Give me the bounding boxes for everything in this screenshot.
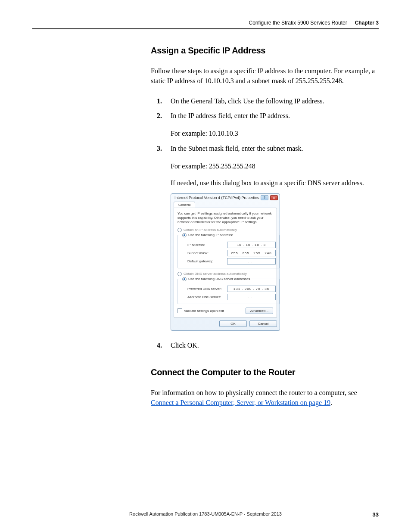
input-subnet-mask[interactable]: 255 . 255 . 255 . 248 (227, 250, 276, 256)
ok-button[interactable]: OK (219, 320, 247, 327)
intro-paragraph: Follow these steps to assign a specific … (151, 66, 379, 86)
row-preferred-dns: Preferred DNS server: 131 . 200 . 78 . 3… (187, 286, 276, 292)
checkbox-icon (177, 308, 182, 313)
dialog-title: Internet Protocol Version 4 (TCP/IPv4) P… (174, 196, 259, 200)
label-subnet-mask: Subnet mask: (187, 251, 227, 255)
step-2: In the IP address field, enter the IP ad… (151, 111, 379, 121)
step-2-example: For example: 10.10.10.3 (171, 128, 379, 138)
tabstrip: General (171, 202, 280, 208)
input-ip-address[interactable]: 10 . 10 . 10 . 3 (227, 242, 276, 248)
checkbox-label: Validate settings upon exit (184, 309, 224, 313)
radio-icon (182, 233, 187, 237)
fieldset-dns: Use the following DNS server addresses P… (177, 277, 280, 304)
checkbox-validate-settings[interactable]: Validate settings upon exit (177, 308, 224, 313)
row-subnet-mask: Subnet mask: 255 . 255 . 255 . 248 (187, 250, 276, 256)
steps-list-cont: In the Subnet mask field, enter the subn… (151, 143, 379, 153)
dialog-button-row: OK Cancel (171, 320, 280, 330)
connect-pretext: For information on how to physically con… (151, 389, 357, 396)
advanced-button[interactable]: Advanced... (246, 308, 273, 314)
radio-label: Use the following IP address: (188, 233, 233, 237)
chapter-label: Chapter 3 (355, 20, 379, 26)
header-rule (32, 28, 379, 29)
chapter-title: Configure the Stratix 5900 Services Rout… (249, 20, 347, 26)
radio-obtain-ip-auto[interactable]: Obtain an IP address automatically (177, 228, 273, 232)
step-3-example: For example: 255.255.255.248 (171, 161, 379, 171)
running-header: Configure the Stratix 5900 Services Rout… (32, 20, 379, 26)
dialog-titlebar: Internet Protocol Version 4 (TCP/IPv4) P… (171, 194, 280, 202)
connect-posttext: . (330, 399, 332, 406)
label-ip-address: IP address: (187, 243, 227, 247)
input-alternate-dns[interactable]: . . . (227, 294, 276, 300)
radio-obtain-dns-auto[interactable]: Obtain DNS server address automatically (177, 272, 273, 276)
input-default-gateway[interactable]: . . . (227, 258, 276, 264)
step-4: Click OK. (151, 340, 379, 350)
section-heading-connect-router: Connect the Computer to the Router (151, 367, 379, 377)
tab-general[interactable]: General (174, 202, 195, 208)
section-heading-assign-ip: Assign a Specific IP Address (151, 46, 379, 56)
page-footer: Rockwell Automation Publication 1783-UM0… (32, 511, 379, 516)
steps-list: On the General Tab, click Use the follow… (151, 96, 379, 120)
ipv4-properties-dialog: Internet Protocol Version 4 (TCP/IPv4) P… (171, 193, 280, 331)
step-3-note: If needed, use this dialog box to assign… (171, 178, 379, 188)
radio-use-following-dns[interactable]: Use the following DNS server addresses (181, 277, 251, 281)
label-alternate-dns: Alternate DNS server: (187, 295, 227, 299)
step-3: In the Subnet mask field, enter the subn… (151, 143, 379, 153)
cross-reference-link[interactable]: Connect a Personal Computer, Server, or … (151, 399, 330, 406)
radio-icon (182, 277, 187, 281)
steps-list-cont2: Click OK. (151, 340, 379, 350)
radio-icon (177, 272, 182, 276)
close-button[interactable]: x (270, 195, 278, 200)
row-ip-address: IP address: 10 . 10 . 10 . 3 (187, 242, 276, 248)
cancel-button[interactable]: Cancel (249, 320, 277, 327)
page-number: 33 (373, 511, 379, 518)
radio-label: Obtain an IP address automatically (184, 228, 237, 232)
fieldset-ip: Use the following IP address: IP address… (177, 233, 280, 268)
label-preferred-dns: Preferred DNS server: (187, 287, 227, 291)
input-preferred-dns[interactable]: 131 . 200 . 78 . 36 (227, 286, 276, 292)
radio-label: Use the following DNS server addresses (188, 277, 250, 281)
label-default-gateway: Default gateway: (187, 259, 227, 263)
row-default-gateway: Default gateway: . . . (187, 258, 276, 264)
publication-info: Rockwell Automation Publication 1783-UM0… (32, 511, 379, 516)
row-alternate-dns: Alternate DNS server: . . . (187, 294, 276, 300)
help-button[interactable]: ? (261, 195, 268, 200)
tab-body: You can get IP settings assigned automat… (174, 208, 277, 318)
radio-label: Obtain DNS server address automatically (184, 272, 247, 276)
connect-paragraph: For information on how to physically con… (151, 388, 379, 408)
validate-row: Validate settings upon exit Advanced... (177, 308, 273, 314)
radio-use-following-ip[interactable]: Use the following IP address: (181, 233, 234, 237)
step-1: On the General Tab, click Use the follow… (151, 96, 379, 106)
dialog-description: You can get IP settings assigned automat… (177, 212, 273, 224)
radio-icon (177, 228, 182, 232)
